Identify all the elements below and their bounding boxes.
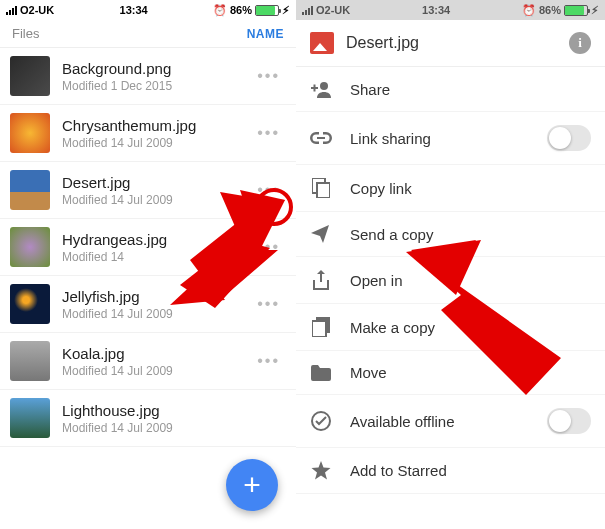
alarm-icon: ⏰	[213, 4, 227, 17]
copy-icon	[310, 178, 332, 198]
file-modified: Modified 14 Jul 2009	[62, 136, 251, 150]
add-fab-button[interactable]: +	[226, 459, 278, 511]
list-item[interactable]: Lighthouse.jpg Modified 14 Jul 2009	[0, 390, 296, 447]
charging-icon: ⚡︎	[282, 4, 290, 17]
file-thumbnail	[10, 56, 50, 96]
link-sharing-toggle[interactable]	[547, 125, 591, 151]
menu-open-in[interactable]: Open in	[296, 257, 605, 304]
battery-pct: 86%	[539, 4, 561, 16]
star-icon	[310, 461, 332, 480]
carrier-label: O2-UK	[316, 4, 350, 16]
status-bar: O2-UK 13:34 ⏰ 86% ⚡︎	[0, 0, 296, 20]
file-name: Hydrangeas.jpg	[62, 231, 251, 248]
menu-share[interactable]: Share	[296, 67, 605, 112]
charging-icon: ⚡︎	[591, 4, 599, 17]
menu-available-offline[interactable]: Available offline	[296, 395, 605, 448]
menu-label: Move	[350, 364, 387, 381]
list-item[interactable]: Hydrangeas.jpg Modified 14 •••	[0, 219, 296, 276]
signal-icon	[302, 6, 313, 15]
files-label: Files	[12, 26, 39, 41]
file-list[interactable]: Background.png Modified 1 Dec 2015 ••• C…	[0, 48, 296, 447]
menu-label: Open in	[350, 272, 403, 289]
file-name: Lighthouse.jpg	[62, 402, 286, 419]
file-thumbnail	[10, 398, 50, 438]
open-in-icon	[310, 270, 332, 290]
more-actions-button[interactable]: •••	[251, 289, 286, 319]
list-item[interactable]: Chrysanthemum.jpg Modified 14 Jul 2009 •…	[0, 105, 296, 162]
menu-label: Copy link	[350, 180, 412, 197]
menu-move[interactable]: Move	[296, 351, 605, 395]
more-actions-button[interactable]: •••	[251, 232, 286, 262]
file-thumbnail	[10, 284, 50, 324]
svg-rect-6	[314, 85, 316, 92]
more-actions-button[interactable]: •••	[251, 118, 286, 148]
file-name: Jellyfish.jpg	[62, 288, 251, 305]
alarm-icon: ⏰	[522, 4, 536, 17]
file-thumbnail	[10, 227, 50, 267]
more-actions-button[interactable]: •••	[251, 175, 286, 205]
file-thumbnail	[10, 341, 50, 381]
menu-label: Make a copy	[350, 319, 435, 336]
file-modified: Modified 1 Dec 2015	[62, 79, 251, 93]
battery-pct: 86%	[230, 4, 252, 16]
svg-rect-10	[312, 321, 326, 337]
more-actions-button[interactable]: •••	[251, 346, 286, 376]
image-file-icon	[310, 32, 334, 54]
menu-label: Add to Starred	[350, 462, 447, 479]
send-icon	[310, 225, 332, 243]
list-header: Files NAME	[0, 20, 296, 48]
file-name: Koala.jpg	[62, 345, 251, 362]
menu-make-copy[interactable]: Make a copy	[296, 304, 605, 351]
sheet-title: Desert.jpg	[346, 34, 557, 52]
link-icon	[310, 132, 332, 144]
clock: 13:34	[422, 4, 450, 16]
file-thumbnail	[10, 170, 50, 210]
svg-rect-8	[317, 183, 330, 198]
battery-icon	[255, 5, 279, 16]
file-name: Desert.jpg	[62, 174, 251, 191]
list-item[interactable]: Koala.jpg Modified 14 Jul 2009 •••	[0, 333, 296, 390]
file-modified: Modified 14	[62, 250, 251, 264]
menu-label: Available offline	[350, 413, 455, 430]
list-item[interactable]: Background.png Modified 1 Dec 2015 •••	[0, 48, 296, 105]
svg-point-4	[320, 82, 328, 90]
folder-icon	[310, 365, 332, 381]
menu-send-copy[interactable]: Send a copy	[296, 212, 605, 257]
menu-label: Link sharing	[350, 130, 431, 147]
status-bar: O2-UK 13:34 ⏰ 86% ⚡︎	[296, 0, 605, 20]
list-item[interactable]: Desert.jpg Modified 14 Jul 2009 •••	[0, 162, 296, 219]
clock: 13:34	[120, 4, 148, 16]
file-modified: Modified 14 Jul 2009	[62, 307, 251, 321]
file-modified: Modified 14 Jul 2009	[62, 193, 251, 207]
battery-icon	[564, 5, 588, 16]
menu-label: Share	[350, 81, 390, 98]
share-person-icon	[310, 80, 332, 98]
list-item[interactable]: Jellyfish.jpg Modified 14 Jul 2009 •••	[0, 276, 296, 333]
menu-add-starred[interactable]: Add to Starred	[296, 448, 605, 494]
menu-copy-link[interactable]: Copy link	[296, 165, 605, 212]
file-modified: Modified 14 Jul 2009	[62, 364, 251, 378]
carrier-label: O2-UK	[20, 4, 54, 16]
offline-toggle[interactable]	[547, 408, 591, 434]
offline-check-icon	[310, 411, 332, 431]
menu-link-sharing[interactable]: Link sharing	[296, 112, 605, 165]
file-thumbnail	[10, 113, 50, 153]
signal-icon	[6, 6, 17, 15]
file-modified: Modified 14 Jul 2009	[62, 421, 286, 435]
file-name: Chrysanthemum.jpg	[62, 117, 251, 134]
more-actions-button[interactable]: •••	[251, 61, 286, 91]
sheet-header: Desert.jpg i	[296, 20, 605, 67]
file-name: Background.png	[62, 60, 251, 77]
make-copy-icon	[310, 317, 332, 337]
info-button[interactable]: i	[569, 32, 591, 54]
menu-label: Send a copy	[350, 226, 433, 243]
sort-by-name[interactable]: NAME	[247, 27, 284, 41]
